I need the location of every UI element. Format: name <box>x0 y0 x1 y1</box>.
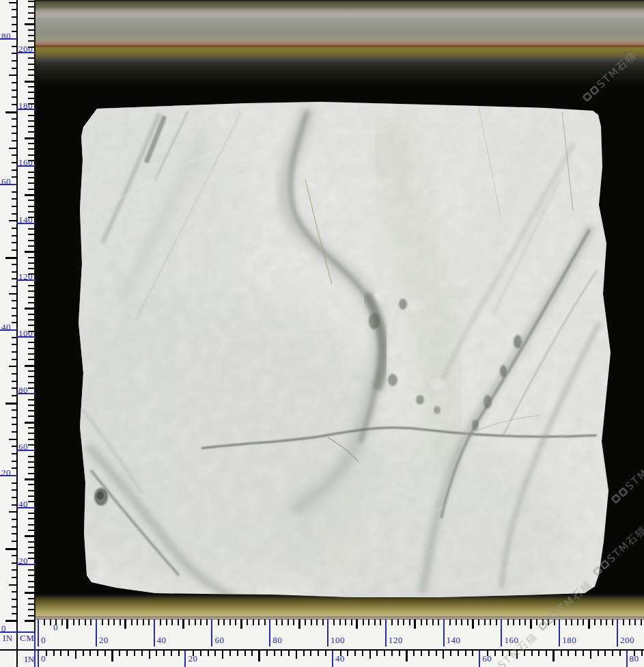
ruler-tick <box>12 118 17 120</box>
ruler-tick <box>598 651 599 656</box>
ruler-tick <box>391 619 393 625</box>
ruler-tick <box>66 619 68 629</box>
ruler-tick <box>182 619 184 629</box>
ruler-tick <box>28 552 34 554</box>
ruler-tick <box>25 365 36 367</box>
ruler-tick <box>12 242 17 243</box>
ruler-tick <box>496 619 497 625</box>
ruler-tick <box>90 619 92 625</box>
ruler-tick <box>12 300 17 301</box>
ruler-tick <box>28 484 34 485</box>
ruler-tick <box>25 535 36 537</box>
ruler-tick <box>28 285 34 286</box>
ruler-tick <box>12 271 17 273</box>
ruler-label: 20 <box>1 468 11 477</box>
ruler-tick <box>28 410 34 411</box>
ruler-label: 40 <box>18 500 28 508</box>
ruler-tick <box>9 366 17 367</box>
ruler-tick <box>258 651 260 662</box>
ruler-tick <box>25 81 36 83</box>
ruler-tick <box>12 264 17 265</box>
ruler-tick <box>347 651 348 656</box>
ruler-tick <box>12 315 17 316</box>
ruler-tick <box>641 651 643 656</box>
corner-divider-vertical <box>16 618 18 667</box>
ruler-tick <box>519 619 520 625</box>
ruler-tick <box>235 619 236 625</box>
ruler-tick <box>351 619 352 625</box>
ruler-tick <box>28 297 34 298</box>
ruler-tick <box>28 444 34 446</box>
ruler-tick <box>12 381 17 382</box>
ruler-tick <box>28 126 34 127</box>
ruler-tick <box>28 314 34 315</box>
ruler-tick <box>75 651 76 659</box>
ruler-tick <box>251 651 253 656</box>
ruler-major-tick <box>332 651 333 667</box>
ruler-tick <box>12 409 17 411</box>
ruler-tick <box>28 120 34 122</box>
ruler-tick <box>12 104 17 105</box>
ruler-tick <box>60 651 61 656</box>
ruler-tick <box>12 453 17 454</box>
ruler-label: 60 <box>1 177 11 186</box>
ruler-tick <box>28 325 34 326</box>
ruler-major-tick <box>38 651 39 667</box>
ruler-tick <box>12 16 17 18</box>
vertical-in-unit-label: IN <box>3 634 13 642</box>
ruler-tick <box>414 619 416 629</box>
ruler-tick <box>450 651 451 656</box>
ruler-tick <box>28 131 34 133</box>
ruler-tick <box>5 257 17 259</box>
ruler-tick <box>171 619 173 625</box>
ruler-tick <box>28 86 34 87</box>
ruler-tick <box>413 651 415 656</box>
ruler-tick <box>28 148 34 150</box>
ruler-tick <box>25 478 36 480</box>
ruler-tick <box>28 615 34 616</box>
ruler-tick <box>12 424 17 425</box>
ruler-tick <box>195 619 196 625</box>
ruler-tick <box>160 619 161 625</box>
ruler-label: 60 <box>18 442 28 451</box>
ruler-tick <box>266 651 268 656</box>
ruler-tick <box>131 619 132 625</box>
ruler-tick <box>374 619 376 625</box>
ruler-tick <box>218 619 219 625</box>
ruler-tick <box>12 613 17 614</box>
ruler-tick <box>552 651 555 662</box>
ruler-tick <box>28 74 34 76</box>
watermark-logo-icon <box>600 560 611 571</box>
ruler-tick <box>538 651 540 656</box>
ruler-tick <box>28 46 34 48</box>
ruler-tick <box>438 619 439 625</box>
ruler-tick <box>288 619 289 625</box>
ruler-tick <box>9 584 17 586</box>
ruler-tick <box>222 651 223 659</box>
ruler-tick <box>606 619 607 625</box>
ruler-tick <box>28 416 34 417</box>
ruler-tick <box>28 370 34 372</box>
ruler-tick <box>391 651 393 656</box>
ruler-tick <box>641 619 642 625</box>
ruler-tick <box>148 619 150 625</box>
ruler-tick <box>484 619 486 625</box>
ruler-label: 120 <box>389 636 403 644</box>
ruler-major-tick <box>443 619 445 646</box>
ruler-tick <box>28 98 34 99</box>
ruler-tick <box>28 473 34 474</box>
ruler-tick <box>28 234 34 235</box>
ruler-tick <box>108 619 109 625</box>
ruler-tick <box>461 619 462 625</box>
ruler-label: 200 <box>620 636 634 644</box>
ruler-tick <box>568 651 569 656</box>
ruler-tick <box>467 619 468 625</box>
ruler-tick <box>28 228 34 230</box>
ruler-tick <box>12 96 17 98</box>
ruler-tick <box>575 651 576 656</box>
ruler-label: 20 <box>18 556 28 565</box>
ruler-tick <box>240 619 242 629</box>
ruler-tick <box>296 651 297 659</box>
ruler-tick <box>12 351 17 353</box>
ruler-tick <box>25 308 36 310</box>
